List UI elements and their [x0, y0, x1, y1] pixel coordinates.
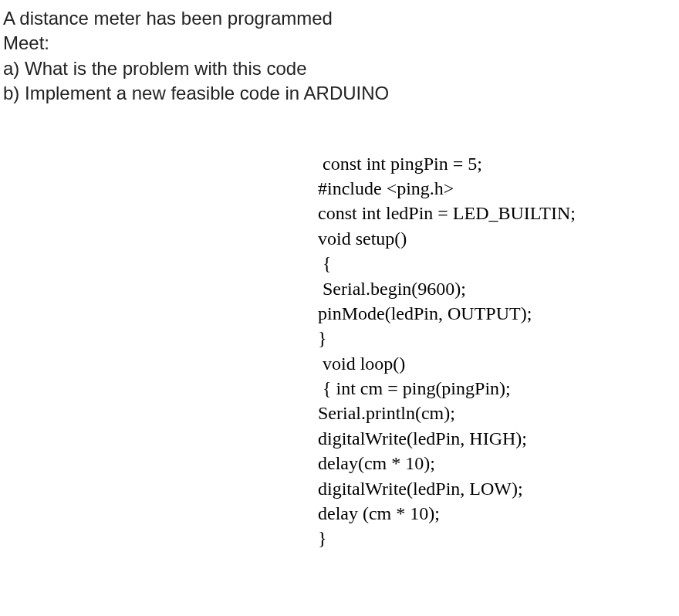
- code-line: void setup(): [318, 226, 676, 251]
- question-line-4: b) Implement a new feasible code in ARDU…: [3, 81, 676, 106]
- code-line: }: [318, 526, 676, 550]
- code-line: Serial.begin(9600);: [318, 276, 676, 301]
- code-line: digitalWrite(ledPin, LOW);: [318, 476, 676, 501]
- code-line: Serial.println(cm);: [318, 401, 676, 425]
- code-line: { int cm = ping(pingPin);: [318, 376, 676, 401]
- question-line-3: a) What is the problem with this code: [3, 56, 676, 81]
- code-line: #include <ping.h>: [318, 176, 676, 201]
- code-line: digitalWrite(ledPin, HIGH);: [318, 426, 676, 451]
- code-line: delay(cm * 10);: [318, 451, 676, 476]
- question-line-2: Meet:: [3, 31, 676, 56]
- question-prompt: A distance meter has been programmed Mee…: [3, 6, 676, 107]
- code-line: delay (cm * 10);: [318, 501, 676, 526]
- code-line: const int ledPin = LED_BUILTIN;: [318, 201, 676, 225]
- code-line: const int pingPin = 5;: [318, 151, 676, 176]
- code-line: pinMode(ledPin, OUTPUT);: [318, 301, 676, 326]
- question-line-1: A distance meter has been programmed: [3, 6, 676, 31]
- code-line: void loop(): [318, 351, 676, 376]
- code-snippet: const int pingPin = 5; #include <ping.h>…: [318, 151, 676, 551]
- code-line: }: [318, 326, 676, 350]
- code-line: {: [318, 251, 676, 276]
